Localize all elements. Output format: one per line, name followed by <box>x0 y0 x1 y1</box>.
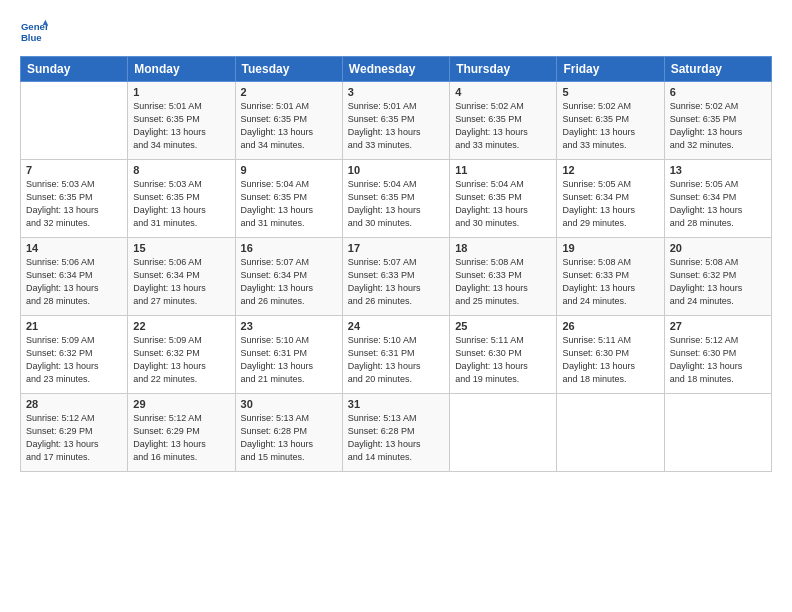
calendar-table: SundayMondayTuesdayWednesdayThursdayFrid… <box>20 56 772 472</box>
day-number: 24 <box>348 320 444 332</box>
day-number: 10 <box>348 164 444 176</box>
calendar-cell: 11Sunrise: 5:04 AMSunset: 6:35 PMDayligh… <box>450 160 557 238</box>
day-info: Sunrise: 5:12 AMSunset: 6:30 PMDaylight:… <box>670 334 766 386</box>
day-number: 15 <box>133 242 229 254</box>
day-info: Sunrise: 5:05 AMSunset: 6:34 PMDaylight:… <box>562 178 658 230</box>
day-info: Sunrise: 5:10 AMSunset: 6:31 PMDaylight:… <box>241 334 337 386</box>
day-number: 5 <box>562 86 658 98</box>
calendar-header: SundayMondayTuesdayWednesdayThursdayFrid… <box>21 57 772 82</box>
day-info: Sunrise: 5:08 AMSunset: 6:33 PMDaylight:… <box>455 256 551 308</box>
calendar-cell <box>557 394 664 472</box>
calendar-cell: 24Sunrise: 5:10 AMSunset: 6:31 PMDayligh… <box>342 316 449 394</box>
day-info: Sunrise: 5:04 AMSunset: 6:35 PMDaylight:… <box>455 178 551 230</box>
day-number: 7 <box>26 164 122 176</box>
day-number: 3 <box>348 86 444 98</box>
day-info: Sunrise: 5:08 AMSunset: 6:32 PMDaylight:… <box>670 256 766 308</box>
calendar-cell: 14Sunrise: 5:06 AMSunset: 6:34 PMDayligh… <box>21 238 128 316</box>
calendar-week-row: 21Sunrise: 5:09 AMSunset: 6:32 PMDayligh… <box>21 316 772 394</box>
day-info: Sunrise: 5:02 AMSunset: 6:35 PMDaylight:… <box>670 100 766 152</box>
day-info: Sunrise: 5:04 AMSunset: 6:35 PMDaylight:… <box>348 178 444 230</box>
day-number: 29 <box>133 398 229 410</box>
day-info: Sunrise: 5:13 AMSunset: 6:28 PMDaylight:… <box>348 412 444 464</box>
day-info: Sunrise: 5:06 AMSunset: 6:34 PMDaylight:… <box>26 256 122 308</box>
day-number: 14 <box>26 242 122 254</box>
day-info: Sunrise: 5:08 AMSunset: 6:33 PMDaylight:… <box>562 256 658 308</box>
calendar-week-row: 1Sunrise: 5:01 AMSunset: 6:35 PMDaylight… <box>21 82 772 160</box>
header-row: SundayMondayTuesdayWednesdayThursdayFrid… <box>21 57 772 82</box>
svg-text:Blue: Blue <box>21 32 42 43</box>
day-info: Sunrise: 5:01 AMSunset: 6:35 PMDaylight:… <box>133 100 229 152</box>
day-info: Sunrise: 5:04 AMSunset: 6:35 PMDaylight:… <box>241 178 337 230</box>
page: General Blue SundayMondayTuesdayWednesda… <box>0 0 792 612</box>
day-info: Sunrise: 5:11 AMSunset: 6:30 PMDaylight:… <box>455 334 551 386</box>
calendar-cell: 8Sunrise: 5:03 AMSunset: 6:35 PMDaylight… <box>128 160 235 238</box>
calendar-cell: 7Sunrise: 5:03 AMSunset: 6:35 PMDaylight… <box>21 160 128 238</box>
day-number: 25 <box>455 320 551 332</box>
day-info: Sunrise: 5:12 AMSunset: 6:29 PMDaylight:… <box>26 412 122 464</box>
day-info: Sunrise: 5:05 AMSunset: 6:34 PMDaylight:… <box>670 178 766 230</box>
day-info: Sunrise: 5:11 AMSunset: 6:30 PMDaylight:… <box>562 334 658 386</box>
weekday-header: Thursday <box>450 57 557 82</box>
weekday-header: Friday <box>557 57 664 82</box>
day-info: Sunrise: 5:06 AMSunset: 6:34 PMDaylight:… <box>133 256 229 308</box>
day-info: Sunrise: 5:02 AMSunset: 6:35 PMDaylight:… <box>455 100 551 152</box>
day-number: 8 <box>133 164 229 176</box>
calendar-cell: 25Sunrise: 5:11 AMSunset: 6:30 PMDayligh… <box>450 316 557 394</box>
calendar-cell: 31Sunrise: 5:13 AMSunset: 6:28 PMDayligh… <box>342 394 449 472</box>
day-number: 23 <box>241 320 337 332</box>
day-number: 1 <box>133 86 229 98</box>
day-info: Sunrise: 5:01 AMSunset: 6:35 PMDaylight:… <box>241 100 337 152</box>
calendar-cell: 30Sunrise: 5:13 AMSunset: 6:28 PMDayligh… <box>235 394 342 472</box>
calendar-cell: 10Sunrise: 5:04 AMSunset: 6:35 PMDayligh… <box>342 160 449 238</box>
day-number: 27 <box>670 320 766 332</box>
day-info: Sunrise: 5:02 AMSunset: 6:35 PMDaylight:… <box>562 100 658 152</box>
calendar-cell: 21Sunrise: 5:09 AMSunset: 6:32 PMDayligh… <box>21 316 128 394</box>
day-info: Sunrise: 5:12 AMSunset: 6:29 PMDaylight:… <box>133 412 229 464</box>
calendar-cell: 22Sunrise: 5:09 AMSunset: 6:32 PMDayligh… <box>128 316 235 394</box>
calendar-cell: 20Sunrise: 5:08 AMSunset: 6:32 PMDayligh… <box>664 238 771 316</box>
day-number: 28 <box>26 398 122 410</box>
calendar-week-row: 28Sunrise: 5:12 AMSunset: 6:29 PMDayligh… <box>21 394 772 472</box>
day-info: Sunrise: 5:09 AMSunset: 6:32 PMDaylight:… <box>26 334 122 386</box>
header: General Blue <box>20 18 772 46</box>
calendar-cell: 13Sunrise: 5:05 AMSunset: 6:34 PMDayligh… <box>664 160 771 238</box>
day-number: 19 <box>562 242 658 254</box>
calendar-cell: 29Sunrise: 5:12 AMSunset: 6:29 PMDayligh… <box>128 394 235 472</box>
calendar-cell: 19Sunrise: 5:08 AMSunset: 6:33 PMDayligh… <box>557 238 664 316</box>
calendar-cell: 28Sunrise: 5:12 AMSunset: 6:29 PMDayligh… <box>21 394 128 472</box>
day-info: Sunrise: 5:09 AMSunset: 6:32 PMDaylight:… <box>133 334 229 386</box>
calendar-cell: 17Sunrise: 5:07 AMSunset: 6:33 PMDayligh… <box>342 238 449 316</box>
calendar-cell <box>450 394 557 472</box>
weekday-header: Sunday <box>21 57 128 82</box>
day-number: 22 <box>133 320 229 332</box>
day-number: 31 <box>348 398 444 410</box>
weekday-header: Monday <box>128 57 235 82</box>
logo: General Blue <box>20 18 52 46</box>
calendar-body: 1Sunrise: 5:01 AMSunset: 6:35 PMDaylight… <box>21 82 772 472</box>
day-number: 9 <box>241 164 337 176</box>
calendar-week-row: 14Sunrise: 5:06 AMSunset: 6:34 PMDayligh… <box>21 238 772 316</box>
day-number: 26 <box>562 320 658 332</box>
calendar-cell: 12Sunrise: 5:05 AMSunset: 6:34 PMDayligh… <box>557 160 664 238</box>
day-info: Sunrise: 5:01 AMSunset: 6:35 PMDaylight:… <box>348 100 444 152</box>
calendar-cell: 6Sunrise: 5:02 AMSunset: 6:35 PMDaylight… <box>664 82 771 160</box>
day-number: 16 <box>241 242 337 254</box>
calendar-cell: 9Sunrise: 5:04 AMSunset: 6:35 PMDaylight… <box>235 160 342 238</box>
calendar-cell: 18Sunrise: 5:08 AMSunset: 6:33 PMDayligh… <box>450 238 557 316</box>
calendar-cell: 26Sunrise: 5:11 AMSunset: 6:30 PMDayligh… <box>557 316 664 394</box>
calendar-cell: 15Sunrise: 5:06 AMSunset: 6:34 PMDayligh… <box>128 238 235 316</box>
calendar-cell: 4Sunrise: 5:02 AMSunset: 6:35 PMDaylight… <box>450 82 557 160</box>
calendar-cell <box>664 394 771 472</box>
day-number: 2 <box>241 86 337 98</box>
calendar-cell: 1Sunrise: 5:01 AMSunset: 6:35 PMDaylight… <box>128 82 235 160</box>
day-number: 13 <box>670 164 766 176</box>
calendar-cell: 27Sunrise: 5:12 AMSunset: 6:30 PMDayligh… <box>664 316 771 394</box>
weekday-header: Wednesday <box>342 57 449 82</box>
day-number: 4 <box>455 86 551 98</box>
day-info: Sunrise: 5:13 AMSunset: 6:28 PMDaylight:… <box>241 412 337 464</box>
day-info: Sunrise: 5:07 AMSunset: 6:33 PMDaylight:… <box>348 256 444 308</box>
logo-icon: General Blue <box>20 18 48 46</box>
day-number: 12 <box>562 164 658 176</box>
calendar-cell: 2Sunrise: 5:01 AMSunset: 6:35 PMDaylight… <box>235 82 342 160</box>
day-number: 30 <box>241 398 337 410</box>
